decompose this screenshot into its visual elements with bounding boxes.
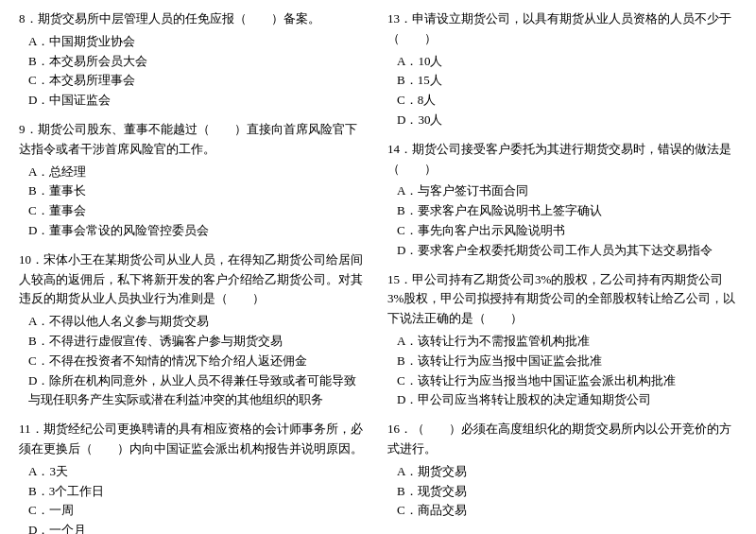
q14-option-a: A．与客户签订书面合同 <box>397 181 737 201</box>
q15-title: 15．甲公司持有乙期货公司3%的股权，乙公司持有丙期货公司3%股权，甲公司拟授持… <box>387 270 737 329</box>
question-15: 15．甲公司持有乙期货公司3%的股权，乙公司持有丙期货公司3%股权，甲公司拟授持… <box>387 270 737 411</box>
question-11: 11．期货经纪公司更换聘请的具有相应资格的会计师事务所，必须在更换后（ ）内向中… <box>19 420 369 534</box>
q15-option-a: A．该转让行为不需报监管机构批准 <box>397 332 737 352</box>
question-10: 10．宋体小王在某期货公司从业人员，在得知乙期货公司给居间人较高的返佣后，私下将… <box>19 250 369 410</box>
q14-option-b: B．要求客户在风险说明书上签字确认 <box>397 201 737 221</box>
q11-option-b: B．3个工作日 <box>28 482 369 502</box>
q8-option-a: A．中国期货业协会 <box>28 32 369 52</box>
q13-option-a: A．10人 <box>397 52 737 72</box>
q8-option-b: B．本交易所会员大会 <box>28 52 369 72</box>
q10-option-a: A．不得以他人名义参与期货交易 <box>28 312 369 332</box>
q10-option-c: C．不得在投资者不知情的情况下给介绍人返还佣金 <box>28 352 369 371</box>
q13-option-c: C．8人 <box>397 91 737 111</box>
q11-option-c: C．一周 <box>28 501 369 521</box>
question-16: 16．（ ）必须在高度组织化的期货交易所内以公开竞价的方式进行。 A．期货交易 … <box>387 420 737 521</box>
q16-option-a: A．期货交易 <box>397 462 737 482</box>
question-13: 13．申请设立期货公司，以具有期货从业人员资格的人员不少于（ ） A．10人 B… <box>387 9 737 130</box>
q13-title: 13．申请设立期货公司，以具有期货从业人员资格的人员不少于（ ） <box>387 9 737 49</box>
q10-option-d: D．除所在机构同意外，从业人员不得兼任导致或者可能导致与现任职务产生实际或潜在利… <box>28 371 369 411</box>
q9-option-a: A．总经理 <box>28 163 369 182</box>
q9-title: 9．期货公司股东、董事不能越过（ ）直接向首席风险官下达指令或者干涉首席风险官的… <box>19 120 369 160</box>
right-column: 13．申请设立期货公司，以具有期货从业人员资格的人员不少于（ ） A．10人 B… <box>387 9 737 534</box>
q13-option-b: B．15人 <box>397 71 737 91</box>
q11-option-a: A．3天 <box>28 462 369 482</box>
q8-option-d: D．中国证监会 <box>28 91 369 111</box>
q15-option-c: C．该转让行为应当报当地中国证监会派出机构批准 <box>397 371 737 391</box>
q16-option-c: C．商品交易 <box>397 501 737 521</box>
q11-option-d: D．一个月 <box>28 521 369 534</box>
q13-option-d: D．30人 <box>397 111 737 130</box>
q14-title: 14．期货公司接受客户委托为其进行期货交易时，错误的做法是（ ） <box>387 140 737 180</box>
q16-option-b: B．现货交易 <box>397 482 737 502</box>
q15-option-d: D．甲公司应当将转让股权的决定通知期货公司 <box>397 390 737 410</box>
q9-option-d: D．董事会常设的风险管控委员会 <box>28 221 369 241</box>
q11-title: 11．期货经纪公司更换聘请的具有相应资格的会计师事务所，必须在更换后（ ）内向中… <box>19 420 369 459</box>
left-column: 8．期货交易所中层管理人员的任免应报（ ）备案。 A．中国期货业协会 B．本交易… <box>19 9 369 534</box>
q15-option-b: B．该转让行为应当报中国证监会批准 <box>397 352 737 371</box>
question-8: 8．期货交易所中层管理人员的任免应报（ ）备案。 A．中国期货业协会 B．本交易… <box>19 9 369 111</box>
question-9: 9．期货公司股东、董事不能越过（ ）直接向首席风险官下达指令或者干涉首席风险官的… <box>19 120 369 241</box>
q9-option-c: C．董事会 <box>28 201 369 221</box>
q14-option-c: C．事先向客户出示风险说明书 <box>397 221 737 241</box>
q8-option-c: C．本交易所理事会 <box>28 71 369 91</box>
q9-option-b: B．董事长 <box>28 181 369 201</box>
q16-title: 16．（ ）必须在高度组织化的期货交易所内以公开竞价的方式进行。 <box>387 420 737 459</box>
q10-option-b: B．不得进行虚假宣传、诱骗客户参与期货交易 <box>28 332 369 352</box>
question-14: 14．期货公司接受客户委托为其进行期货交易时，错误的做法是（ ） A．与客户签订… <box>387 140 737 261</box>
page-content: 8．期货交易所中层管理人员的任免应报（ ）备案。 A．中国期货业协会 B．本交易… <box>19 9 737 534</box>
q10-title: 10．宋体小王在某期货公司从业人员，在得知乙期货公司给居间人较高的返佣后，私下将… <box>19 250 369 309</box>
q14-option-d: D．要求客户全权委托期货公司工作人员为其下达交易指令 <box>397 241 737 261</box>
q8-title: 8．期货交易所中层管理人员的任免应报（ ）备案。 <box>19 9 369 29</box>
